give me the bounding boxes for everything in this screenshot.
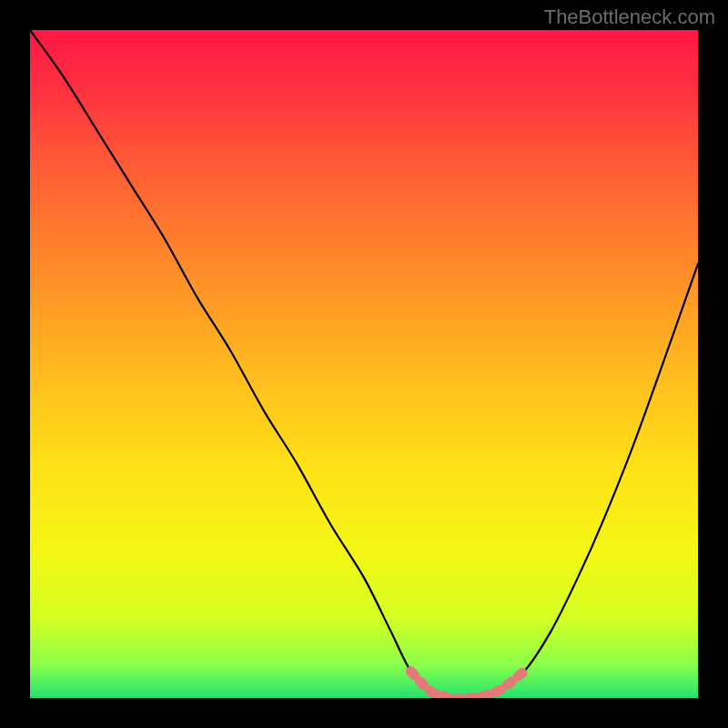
chart-container: TheBottleneck.com (0, 0, 728, 728)
plot-area (30, 30, 698, 698)
watermark-text: TheBottleneck.com (544, 5, 715, 29)
gradient-background (30, 30, 698, 698)
chart-svg (30, 30, 698, 698)
